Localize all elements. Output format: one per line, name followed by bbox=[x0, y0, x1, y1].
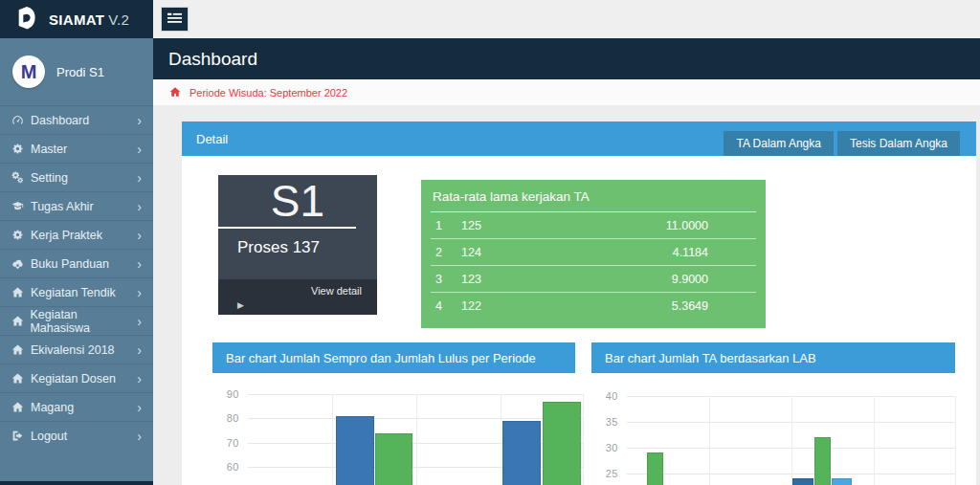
sidebar-item-logout[interactable]: Logout› bbox=[0, 421, 153, 450]
chevron-right-icon: › bbox=[137, 143, 142, 156]
tile-divider bbox=[218, 227, 356, 229]
bar-dark-blue bbox=[792, 478, 813, 485]
chevron-right-icon: › bbox=[137, 200, 142, 213]
sidebar-item-master[interactable]: Master› bbox=[0, 134, 153, 163]
sidebar-item-kegiatan-mahasiswa[interactable]: Kegiatan Mahasiswa› bbox=[0, 306, 153, 335]
sidebar-item-label: Master bbox=[31, 143, 67, 156]
sidebar-item-label: Kegiatan Dosen bbox=[31, 372, 116, 386]
chart-header: Bar chart Jumlah Sempro dan Jumlah Lulus… bbox=[212, 342, 575, 373]
siamat-dashboard-window: SIAMATV.2 M Prodi S1 Dashboard›Master›Se… bbox=[0, 0, 980, 485]
sidebar-item-label: Setting bbox=[31, 171, 68, 185]
row-id: 124 bbox=[461, 246, 481, 259]
x-gridline bbox=[416, 394, 417, 485]
stats-row: 31239.9000 bbox=[431, 266, 756, 293]
chart-panel-sempro-lulus: Bar chart Jumlah Sempro dan Jumlah Lulus… bbox=[212, 342, 585, 485]
bar-light-blue bbox=[832, 478, 852, 485]
row-number: 2 bbox=[435, 246, 451, 259]
sempro-lulus-chart: 90807060 bbox=[212, 373, 585, 485]
sidebar-item-kerja-praktek[interactable]: Kerja Praktek› bbox=[0, 220, 153, 249]
list-toggle-icon bbox=[167, 11, 182, 28]
chevron-right-icon: › bbox=[137, 286, 142, 299]
home-icon bbox=[11, 343, 31, 356]
chevron-right-icon: › bbox=[137, 430, 142, 443]
sidebar-toggle-button[interactable] bbox=[161, 7, 189, 32]
x-gridline bbox=[332, 394, 333, 485]
row-id: 123 bbox=[461, 273, 481, 286]
home-icon[interactable] bbox=[169, 84, 181, 101]
sidebar-item-label: Buku Panduan bbox=[31, 257, 109, 271]
chart-title: Bar chart Jumlah TA berdasarkan LAB bbox=[605, 351, 816, 365]
content-area: Detail TA Dalam AngkaTesis Dalam Angka S… bbox=[153, 105, 980, 485]
tesis-dalam-angka-button[interactable]: Tesis Dalam Angka bbox=[837, 131, 960, 156]
chevron-right-icon: › bbox=[137, 114, 142, 127]
sidebar-item-kegiatan-dosen[interactable]: Kegiatan Dosen› bbox=[0, 364, 153, 392]
program-status: Proses 137 bbox=[237, 238, 320, 257]
sidebar-item-magang[interactable]: Magang› bbox=[0, 392, 153, 421]
x-gridline bbox=[874, 396, 875, 485]
sidebar-item-ekivalensi-2018[interactable]: Ekivalensi 2018› bbox=[0, 335, 153, 364]
stats-row: 112511.0000 bbox=[431, 212, 756, 239]
sign-out-icon bbox=[11, 430, 31, 442]
bar-green bbox=[647, 452, 663, 485]
sidebar-item-setting[interactable]: Setting› bbox=[0, 163, 153, 191]
x-gridline bbox=[583, 394, 584, 485]
row-id: 125 bbox=[461, 219, 481, 232]
chevron-right-icon: › bbox=[137, 229, 142, 242]
sidebar-nav: Dashboard›Master›Setting›Tugas Akhir›Ker… bbox=[0, 105, 153, 450]
y-tick-label: 25 bbox=[597, 468, 618, 479]
y-tick-label: 80 bbox=[218, 412, 239, 424]
row-id: 122 bbox=[461, 299, 481, 313]
page-header: Dashboard bbox=[153, 38, 980, 79]
row-value: 5.3649 bbox=[672, 299, 708, 313]
x-gridline bbox=[501, 394, 501, 485]
gear-icon bbox=[11, 229, 31, 241]
avatar: M bbox=[12, 55, 45, 88]
chevron-right-icon: › bbox=[137, 343, 142, 357]
sidebar-item-kegiatan-tendik[interactable]: Kegiatan Tendik› bbox=[0, 277, 153, 306]
y-tick-label: 35 bbox=[597, 416, 618, 428]
tachometer-icon bbox=[11, 114, 31, 126]
stats-panel: Rata-rata lama kerjakan TA 112511.000021… bbox=[421, 180, 766, 328]
home-icon bbox=[11, 372, 31, 385]
sidebar-item-label: Dashboard bbox=[31, 114, 89, 127]
y-tick-label: 40 bbox=[597, 390, 618, 402]
sidebar-item-label: Logout bbox=[31, 430, 67, 443]
chevron-right-icon: › bbox=[137, 171, 142, 185]
breadcrumb: Periode Wisuda: September 2022 bbox=[153, 79, 980, 105]
y-tick-label: 70 bbox=[218, 437, 239, 449]
siamat-d-logo-icon bbox=[15, 6, 38, 33]
detail-panel-title: Detail bbox=[196, 132, 228, 146]
view-detail-link[interactable]: View detail ▶ bbox=[218, 279, 377, 315]
program-name: S1 bbox=[218, 175, 377, 227]
detail-buttons: TA Dalam AngkaTesis Dalam Angka bbox=[724, 131, 960, 156]
x-gridline bbox=[791, 396, 792, 485]
stats-row: 41225.3649 bbox=[431, 293, 756, 320]
sidebar-item-dashboard[interactable]: Dashboard› bbox=[0, 105, 153, 134]
chevron-right-icon: › bbox=[137, 257, 142, 271]
home-icon bbox=[11, 286, 31, 298]
sidebar-item-label: Kegiatan Tendik bbox=[31, 286, 116, 299]
chart-title: Bar chart Jumlah Sempro dan Jumlah Lulus… bbox=[226, 351, 536, 365]
page-title: Dashboard bbox=[168, 49, 257, 70]
row-value: 9.9000 bbox=[672, 273, 708, 286]
gear-icon bbox=[11, 143, 31, 155]
ta-dalam-angka-button[interactable]: TA Dalam Angka bbox=[724, 131, 834, 156]
detail-panel: Detail TA Dalam AngkaTesis Dalam Angka S… bbox=[182, 121, 976, 485]
user-name: Prodi S1 bbox=[56, 65, 104, 79]
home-icon bbox=[11, 401, 31, 413]
row-value: 11.0000 bbox=[666, 219, 708, 232]
y-gridline bbox=[248, 418, 583, 419]
chart-panel-ta-lab: Bar chart Jumlah TA berdasarkan LAB 4035… bbox=[591, 342, 976, 485]
sidebar-item-buku-panduan[interactable]: Buku Panduan› bbox=[0, 249, 153, 277]
view-detail-label: View detail bbox=[311, 285, 362, 297]
home-icon bbox=[11, 315, 30, 327]
chevron-right-icon: › bbox=[137, 401, 142, 414]
brand-logo[interactable]: SIAMATV.2 bbox=[0, 0, 153, 38]
sidebar-item-label: Magang bbox=[31, 401, 74, 414]
y-tick-label: 60 bbox=[218, 461, 239, 473]
stats-panel-title: Rata-rata lama kerjakan TA bbox=[431, 187, 756, 212]
y-tick-label: 30 bbox=[597, 442, 618, 453]
sidebar-item-tugas-akhir[interactable]: Tugas Akhir› bbox=[0, 191, 153, 220]
bar-green bbox=[375, 433, 412, 485]
gears-icon bbox=[11, 171, 31, 184]
